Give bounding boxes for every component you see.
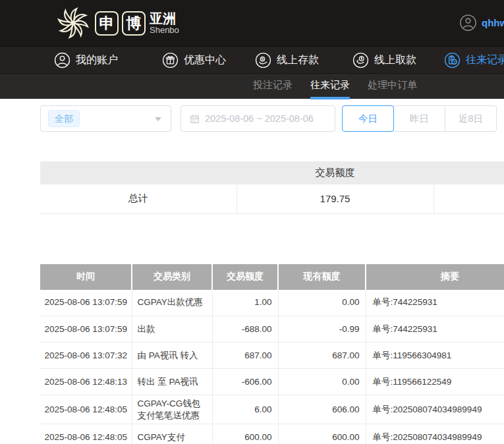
col-header-balance: 现有额度: [278, 264, 366, 290]
cell-amount: 1.00: [212, 290, 278, 316]
user-account[interactable]: qhhw: [459, 14, 504, 32]
deposit-icon: [255, 52, 271, 69]
cell-time: 2025-08-06 13:07:32: [40, 343, 132, 369]
cell-time: 2025-08-06 12:48:13: [40, 369, 132, 395]
cell-balance: 600.00: [278, 424, 366, 444]
summary-total-row: 总计 179.75: [40, 184, 504, 213]
promo-icon: [162, 52, 179, 69]
col-header-amount: 交易额度: [212, 264, 278, 290]
cell-type: CGPAY-CG钱包支付笔笔送优惠: [132, 395, 212, 424]
chevron-down-icon: [155, 117, 161, 121]
withdraw-icon: [352, 52, 369, 69]
cell-amount: 600.00: [212, 424, 278, 444]
cell-summary: 单号:119566304981: [366, 343, 504, 369]
date-range-value: 2025-08-06 ~ 2025-08-06: [205, 113, 314, 124]
summary-row-label: 总计: [40, 184, 237, 213]
transactions-table: 时间 交易类别 交易额度 现有额度 摘要 2025-08-06 13:07:59…: [40, 264, 504, 444]
summary-header-row: 交易额度: [40, 161, 504, 184]
account-icon: [54, 52, 70, 69]
nav-item-my-account[interactable]: 我的账户: [54, 52, 118, 69]
quick-date-buttons: 今日 昨日 近8日: [342, 105, 497, 132]
tab-betting-records[interactable]: 投注记录: [253, 74, 293, 99]
username-text: qhhw: [482, 17, 504, 28]
yesterday-button[interactable]: 昨日: [393, 105, 445, 132]
content: 全部 2025-08-06 ~ 2025-08-06 今日 昨日 近8日: [40, 105, 504, 444]
cell-amount: -688.00: [212, 316, 278, 343]
last-8-days-button[interactable]: 近8日: [445, 105, 497, 132]
date-range-input[interactable]: 2025-08-06 ~ 2025-08-06: [181, 105, 335, 132]
page: 申 博 亚洲 Shenbo qhhw 我的账户: [0, 0, 504, 444]
brand-logo[interactable]: 申 博 亚洲 Shenbo: [55, 5, 179, 42]
cell-summary: 单号:119566122549: [366, 369, 504, 395]
nav-item-deposit[interactable]: 线上存款: [255, 52, 319, 69]
transactions-header-row: 时间 交易类别 交易额度 现有额度 摘要: [40, 264, 504, 290]
cell-type: CGPAY出款优惠: [132, 290, 212, 316]
nav-item-label: 优惠中心: [184, 53, 226, 67]
category-selected-tag[interactable]: 全部: [48, 110, 80, 128]
cell-balance: 0.00: [278, 290, 366, 316]
cell-summary: 单号:202508074034989949: [366, 424, 504, 444]
summary-table: 交易额度 总计 179.75: [40, 161, 504, 214]
summary-header-label: 交易额度: [237, 161, 434, 184]
cell-summary: 单号:744225931: [366, 316, 504, 343]
table-row: 2025-08-06 13:07:32 由 PA视讯 转入 687.00 687…: [40, 343, 504, 369]
table-row: 2025-08-06 13:07:59 CGPAY出款优惠 1.00 0.00 …: [40, 290, 504, 316]
cell-type: 出款: [132, 316, 212, 343]
table-row: 2025-08-06 12:48:05 CGPAY-CG钱包支付笔笔送优惠 6.…: [40, 395, 504, 424]
user-avatar-icon: [459, 14, 477, 32]
transactions-body: 2025-08-06 13:07:59 CGPAY出款优惠 1.00 0.00 …: [40, 290, 504, 444]
nav-item-withdraw[interactable]: 线上取款: [352, 52, 416, 69]
cell-balance: 606.00: [278, 395, 366, 424]
records-icon: [444, 52, 461, 69]
cell-amount: -606.00: [212, 369, 278, 395]
cell-summary: 单号:744225931: [366, 290, 504, 316]
top-header: 申 博 亚洲 Shenbo qhhw: [0, 0, 504, 46]
table-row: 2025-08-06 13:07:59 出款 -688.00 -0.99 单号:…: [40, 316, 504, 343]
col-header-type: 交易类别: [132, 264, 212, 290]
col-header-time: 时间: [40, 264, 132, 290]
calendar-icon: [190, 114, 200, 124]
logo-region-text: 亚洲: [150, 12, 179, 26]
cell-time: 2025-08-06 13:07:59: [40, 316, 132, 343]
tab-transaction-records[interactable]: 往来记录: [310, 74, 350, 99]
cell-amount: 6.00: [212, 395, 278, 424]
record-subtabs: 投注记录 往来记录 处理中订单: [0, 73, 504, 99]
cell-time: 2025-08-06 12:48:05: [40, 424, 132, 444]
category-select[interactable]: 全部: [40, 105, 171, 132]
filter-bar: 全部 2025-08-06 ~ 2025-08-06 今日 昨日 近8日: [40, 105, 504, 132]
cell-time: 2025-08-06 13:07:59: [40, 290, 132, 316]
cell-amount: 687.00: [212, 343, 278, 369]
logo-char-bo: 博: [122, 11, 146, 36]
flower-logo-icon: [55, 5, 92, 42]
today-button[interactable]: 今日: [342, 105, 394, 132]
nav-item-label: 线上存款: [277, 53, 319, 67]
nav-item-records[interactable]: 往来记录: [444, 52, 504, 69]
cell-balance: 0.00: [278, 369, 366, 395]
tab-processing-orders[interactable]: 处理中订单: [368, 74, 417, 99]
nav-item-promotions[interactable]: 优惠中心: [162, 52, 226, 69]
cell-type: 转出 至 PA视讯: [132, 369, 212, 395]
nav-item-label: 线上取款: [374, 53, 416, 67]
summary-total-value: 179.75: [237, 184, 434, 213]
nav-item-label: 往来记录: [466, 53, 504, 67]
table-row: 2025-08-06 12:48:13 转出 至 PA视讯 -606.00 0.…: [40, 369, 504, 395]
col-header-summary: 摘要: [366, 264, 504, 290]
main-nav: 我的账户 优惠中心 线上存款: [0, 46, 504, 73]
cell-balance: -0.99: [278, 316, 366, 343]
cell-summary: 单号:202508074034989949: [366, 395, 504, 424]
cell-time: 2025-08-06 12:48:05: [40, 395, 132, 424]
table-row: 2025-08-06 12:48:05 CGPAY支付 600.00 600.0…: [40, 424, 504, 444]
cell-type: 由 PA视讯 转入: [132, 343, 212, 369]
logo-char-shen: 申: [95, 11, 119, 36]
logo-subtitle-text: Shenbo: [150, 26, 179, 35]
cell-type: CGPAY支付: [132, 424, 212, 444]
cell-balance: 687.00: [278, 343, 366, 369]
nav-item-label: 我的账户: [76, 53, 118, 67]
